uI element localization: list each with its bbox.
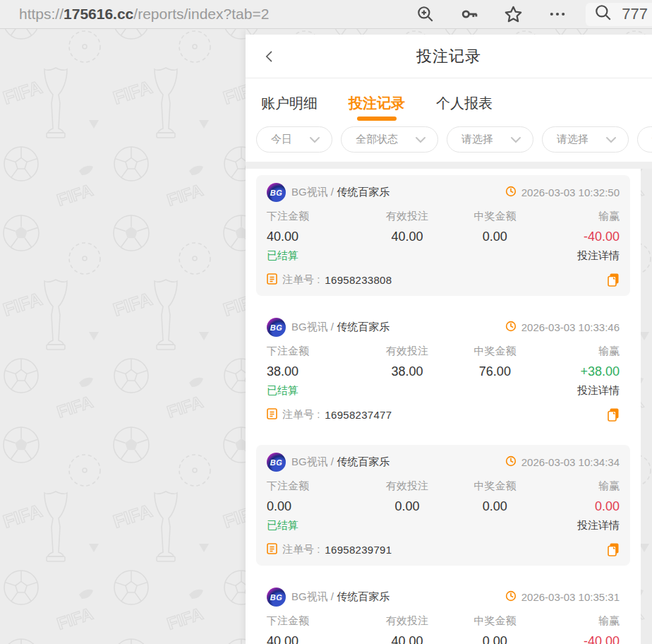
valid-bet: 38.00 [363, 364, 451, 379]
star-icon[interactable] [504, 5, 523, 24]
provider-logo: BG [267, 588, 286, 607]
order-note-icon [267, 407, 277, 422]
label-valid-bet: 有效投注 [363, 479, 451, 493]
label-profit: 输赢 [539, 345, 620, 358]
provider-name: BG视讯 / [291, 590, 334, 604]
win-amount: 0.00 [451, 229, 538, 244]
bet-detail-link[interactable]: 投注详情 [577, 249, 620, 263]
bet-amount: 0.00 [267, 499, 363, 514]
bet-detail-link[interactable]: 投注详情 [577, 384, 620, 398]
clock-icon [505, 186, 517, 199]
provider-logo: BG [267, 453, 286, 472]
record-list: BG BG视讯 / 传统百家乐 2026-03-03 10:32:50 下注金额… [246, 169, 641, 644]
label-win-amount: 中奖金额 [451, 479, 538, 493]
clock-icon [505, 590, 517, 604]
bet-record-card[interactable]: BG BG视讯 / 传统百家乐 2026-03-03 10:33:46 下注金额… [256, 310, 630, 431]
bet-time: 2026-03-03 10:34:34 [521, 456, 620, 468]
bet-time: 2026-03-03 10:32:50 [521, 186, 620, 198]
bet-amount: 38.00 [267, 364, 363, 379]
status-badge: 已结算 [267, 249, 298, 263]
provider-name: BG视讯 / [291, 186, 334, 199]
page-header: 投注记录 [246, 35, 652, 78]
browser-url-bar: https://175616.cc/reports/index?tab=2 77… [0, 0, 652, 29]
provider-name: BG视讯 / [291, 455, 334, 469]
label-valid-bet: 有效投注 [363, 210, 451, 223]
label-profit: 输赢 [539, 614, 620, 628]
bet-record-card[interactable]: BG BG视讯 / 传统百家乐 2026-03-03 10:34:34 下注金额… [256, 445, 630, 566]
status-badge: 已结算 [267, 519, 298, 532]
zoom-in-icon[interactable] [416, 5, 435, 23]
win-amount: 0.00 [451, 634, 538, 644]
more-menu-icon[interactable] [548, 4, 567, 24]
game-name: 传统百家乐 [337, 321, 390, 334]
tab-bar: 账户明细 投注记录 个人报表 [246, 78, 652, 125]
clock-icon [505, 321, 517, 334]
label-profit: 输赢 [539, 479, 620, 493]
label-bet-amount: 下注金额 [267, 210, 363, 223]
page-title: 投注记录 [416, 46, 481, 67]
app-panel: 投注记录 账户明细 投注记录 个人报表 今日 全部状态 请选择 请选择 请选择 … [246, 29, 652, 644]
copy-icon[interactable] [608, 273, 620, 287]
filter-bar: 今日 全部状态 请选择 请选择 请选择 [246, 125, 652, 162]
label-valid-bet: 有效投注 [363, 345, 451, 358]
label-valid-bet: 有效投注 [363, 614, 451, 628]
bet-amount: 40.00 [267, 634, 363, 644]
bet-time: 2026-03-03 10:35:31 [521, 591, 620, 603]
label-bet-amount: 下注金额 [267, 614, 363, 628]
label-win-amount: 中奖金额 [451, 614, 538, 628]
game-name: 传统百家乐 [337, 186, 390, 199]
order-label: 注单号 : [282, 543, 320, 556]
bet-record-card[interactable]: BG BG视讯 / 传统百家乐 2026-03-03 10:32:50 下注金额… [256, 175, 630, 296]
key-icon[interactable] [459, 4, 479, 24]
label-win-amount: 中奖金额 [451, 345, 538, 358]
valid-bet: 0.00 [363, 499, 451, 514]
tab-account-details[interactable]: 账户明细 [260, 94, 319, 125]
order-number: 16958237477 [325, 409, 392, 421]
game-name: 传统百家乐 [337, 455, 390, 469]
order-number: 16958239791 [325, 544, 392, 556]
game-name: 传统百家乐 [337, 590, 390, 604]
valid-bet: 40.00 [363, 229, 451, 244]
label-profit: 输赢 [539, 210, 620, 223]
filter-date[interactable]: 今日 [256, 126, 332, 153]
bet-record-card[interactable]: BG BG视讯 / 传统百家乐 2026-03-03 10:35:31 下注金额… [256, 580, 630, 644]
bet-amount: 40.00 [267, 229, 363, 244]
provider-name: BG视讯 / [291, 321, 334, 334]
copy-icon[interactable] [608, 543, 620, 556]
label-bet-amount: 下注金额 [267, 345, 363, 358]
provider-logo: BG [267, 318, 286, 337]
order-note-icon [267, 273, 277, 287]
bet-time: 2026-03-03 10:33:46 [521, 321, 620, 333]
section-divider [246, 162, 652, 169]
url-text[interactable]: https://175616.cc/reports/index?tab=2 [19, 6, 269, 23]
order-number: 16958233808 [325, 274, 392, 286]
valid-bet: 40.00 [363, 634, 451, 644]
back-button[interactable] [262, 35, 277, 78]
profit-amount: 0.00 [539, 499, 620, 514]
order-label: 注单号 : [282, 408, 320, 422]
filter-select-2[interactable]: 请选择 [542, 126, 629, 153]
filter-select-1[interactable]: 请选择 [447, 126, 533, 153]
label-bet-amount: 下注金额 [267, 479, 363, 493]
filter-status[interactable]: 全部状态 [341, 126, 438, 153]
tab-bet-records[interactable]: 投注记录 [347, 94, 406, 125]
profit-amount: -40.00 [539, 229, 620, 244]
tab-personal-report[interactable]: 个人报表 [435, 94, 494, 125]
order-label: 注单号 : [282, 273, 320, 287]
win-amount: 0.00 [451, 499, 538, 514]
order-note-icon [267, 542, 277, 556]
status-badge: 已结算 [267, 384, 298, 398]
filter-select-3[interactable]: 请选择 [637, 126, 652, 153]
provider-logo: BG [267, 183, 286, 202]
browser-search-field[interactable]: 777 [586, 3, 652, 26]
bet-detail-link[interactable]: 投注详情 [577, 519, 620, 532]
copy-icon[interactable] [608, 408, 620, 422]
profit-amount: -40.00 [539, 634, 620, 644]
win-amount: 76.00 [451, 364, 538, 379]
search-icon [594, 4, 612, 25]
profit-amount: +38.00 [539, 364, 620, 379]
label-win-amount: 中奖金额 [451, 210, 538, 223]
search-value: 777 [622, 5, 648, 23]
clock-icon [505, 455, 517, 469]
